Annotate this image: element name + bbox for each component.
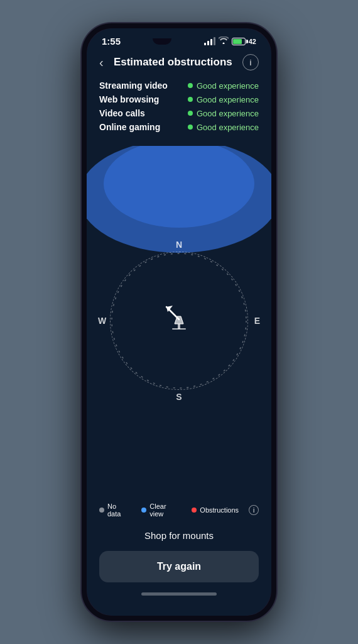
- page-header: ‹ Estimated obstructions i: [87, 49, 271, 78]
- legend-dot-no-data: [99, 508, 104, 513]
- compass-north: N: [176, 240, 182, 250]
- shop-link[interactable]: Shop for mounts: [87, 525, 271, 546]
- quality-status-web: Good experience: [188, 95, 259, 104]
- compass-circle: N S E W: [110, 252, 248, 390]
- battery-percent: 42: [249, 38, 256, 45]
- status-text-video: Good experience: [197, 109, 259, 118]
- svg-point-0: [87, 146, 271, 253]
- status-dot-video: [188, 111, 193, 116]
- info-button[interactable]: i: [242, 54, 259, 70]
- legend-dot-clear-view: [141, 508, 146, 513]
- status-text-web: Good experience: [197, 95, 259, 104]
- legend-clear-view: Clear view: [141, 502, 182, 518]
- status-text-streaming: Good experience: [197, 81, 259, 91]
- quality-label-video: Video calls: [99, 108, 145, 118]
- page-title: Estimated obstructions: [104, 56, 242, 69]
- quality-item-web: Web browsing Good experience: [99, 94, 259, 104]
- signal-icon: [204, 37, 215, 45]
- compass-area: N S E W: [87, 146, 271, 495]
- screen-content: ‹ Estimated obstructions i Streaming vid…: [87, 49, 271, 616]
- quality-label-gaming: Online gaming: [99, 122, 160, 132]
- status-time: 1:55: [102, 36, 121, 47]
- legend-dot-obstructions: [192, 508, 197, 513]
- legend-info-button[interactable]: i: [249, 505, 259, 515]
- svg-point-1: [104, 146, 254, 228]
- quality-label-web: Web browsing: [99, 94, 159, 104]
- back-button[interactable]: ‹: [99, 55, 104, 70]
- legend-label-obstructions: Obstructions: [200, 506, 239, 514]
- compass-west: W: [98, 316, 106, 326]
- quality-status-video: Good experience: [188, 109, 259, 118]
- svg-rect-4: [178, 324, 180, 329]
- battery-icon: [232, 38, 246, 45]
- legend: No data Clear view Obstructions i: [87, 495, 271, 525]
- phone-frame: 1:55 42: [82, 23, 276, 621]
- legend-obstructions: Obstructions: [192, 506, 239, 514]
- notch: [153, 38, 171, 45]
- status-dot-gaming: [188, 125, 193, 130]
- quality-item-video: Video calls Good experience: [99, 108, 259, 118]
- wifi-icon: [219, 36, 229, 46]
- try-again-button[interactable]: Try again: [99, 551, 259, 582]
- phone-screen: 1:55 42: [87, 28, 271, 616]
- status-dot-web: [188, 97, 193, 102]
- dish-arrow: [157, 297, 201, 344]
- quality-item-streaming: Streaming video Good experience: [99, 80, 259, 91]
- quality-status-gaming: Good experience: [188, 123, 259, 132]
- home-indicator: [141, 592, 217, 596]
- status-bar: 1:55 42: [87, 28, 271, 49]
- quality-item-gaming: Online gaming Good experience: [99, 122, 259, 132]
- legend-no-data: No data: [99, 502, 131, 518]
- status-dot-streaming: [188, 83, 193, 88]
- compass-container: N S E W: [110, 252, 248, 390]
- quality-status-streaming: Good experience: [188, 81, 259, 91]
- status-text-gaming: Good experience: [197, 123, 259, 132]
- quality-list: Streaming video Good experience Web brow…: [87, 78, 271, 146]
- quality-label-streaming: Streaming video: [99, 80, 168, 91]
- legend-label-clear-view: Clear view: [149, 502, 182, 518]
- status-icons: 42: [204, 36, 256, 46]
- compass-south: S: [176, 392, 182, 402]
- legend-label-no-data: No data: [107, 502, 131, 518]
- compass-east: E: [254, 316, 260, 326]
